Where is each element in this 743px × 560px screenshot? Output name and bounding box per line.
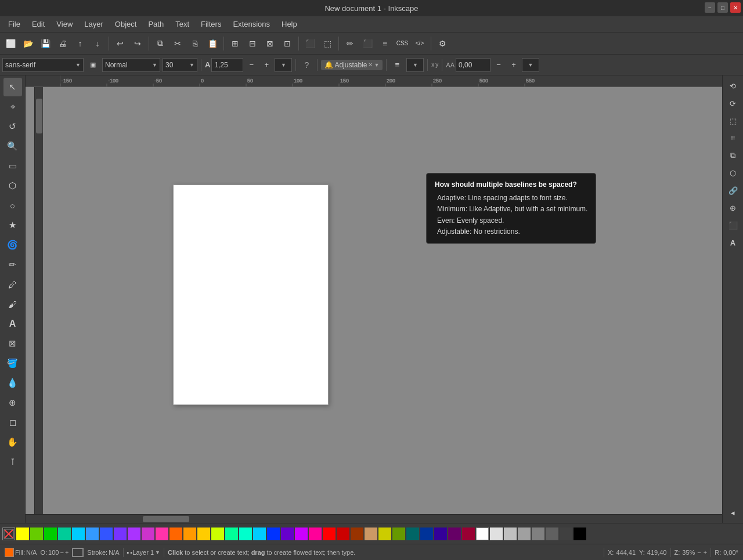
opacity-dec[interactable]: − (60, 549, 63, 556)
coord-inc-button[interactable]: + (507, 58, 521, 72)
adjustable-close-icon[interactable]: ✕ (368, 62, 373, 68)
pen-tool[interactable]: 🖊 (3, 275, 22, 294)
font-size-input[interactable]: 30 ▼ (163, 58, 197, 72)
coord-value-input[interactable]: 0,00 (456, 58, 490, 72)
spacing-options-dropdown[interactable]: ▼ (275, 58, 292, 72)
swatch-blue[interactable] (100, 528, 113, 540)
menu-view[interactable]: View (51, 17, 78, 31)
align-left-button[interactable]: ≡ (390, 58, 404, 72)
zoom-fit-button[interactable]: ⊞ (227, 35, 243, 52)
new-button[interactable]: ⬜ (2, 35, 19, 52)
swatch-crimson[interactable] (337, 528, 349, 540)
swatch-charcoal[interactable] (546, 528, 558, 540)
pencil-tool[interactable]: ✏ (3, 255, 22, 274)
no-color-swatch[interactable] (2, 528, 15, 540)
prefs-button[interactable]: ⚙ (434, 35, 450, 52)
font-style-dropdown[interactable]: Normal ▼ (102, 58, 160, 72)
rp-paint-button[interactable]: ⬛ (725, 217, 741, 233)
paint-bucket-tool[interactable]: 🪣 (3, 354, 22, 373)
vertical-scrollbar[interactable] (34, 87, 43, 514)
3d-box-tool[interactable]: ⬡ (3, 176, 22, 195)
opacity-inc[interactable]: + (65, 549, 68, 556)
swatch-darkgray[interactable] (532, 528, 544, 540)
menu-text[interactable]: Text (169, 17, 195, 31)
rp-redo-button[interactable]: ⟳ (725, 95, 741, 111)
horizontal-scrollbar[interactable] (26, 514, 722, 523)
swatch-navy[interactable] (420, 528, 433, 540)
menu-filters[interactable]: Filters (195, 17, 227, 31)
font-name-browse-button[interactable]: ▣ (86, 58, 100, 72)
connector-tool[interactable]: ✋ (3, 433, 22, 451)
zoom-fit-page-button[interactable]: ⊠ (262, 35, 278, 52)
css-button[interactable]: CSS (394, 35, 410, 52)
swatch-azure[interactable] (253, 528, 266, 540)
ungroup-button[interactable]: ⬚ (319, 35, 336, 52)
swatch-silver[interactable] (504, 528, 517, 540)
zoom-dec[interactable]: − (697, 549, 701, 556)
star-tool[interactable]: ★ (3, 216, 22, 234)
maximize-button[interactable]: □ (717, 2, 728, 13)
close-button[interactable]: ✕ (730, 2, 741, 13)
cut-button[interactable]: ✂ (169, 35, 186, 52)
menu-file[interactable]: File (2, 17, 26, 31)
swatch-red[interactable] (323, 528, 336, 540)
copy-button[interactable]: ⎘ (187, 35, 203, 52)
spacing-dec-button[interactable]: − (244, 58, 258, 72)
hscroll-thumb[interactable] (143, 516, 189, 522)
swatch-black[interactable] (574, 528, 586, 540)
vscroll-thumb[interactable] (36, 99, 42, 133)
zoom-fit-draw-button[interactable]: ⊟ (244, 35, 261, 52)
swatch-purple[interactable] (128, 528, 140, 540)
export-button[interactable]: ↓ (89, 35, 106, 52)
tweak-tool[interactable]: ↺ (3, 117, 22, 136)
align-button[interactable]: ≡ (377, 35, 393, 52)
minimize-button[interactable]: − (705, 2, 715, 13)
print-button[interactable]: 🖨 (55, 35, 71, 52)
zoom-tool[interactable]: 🔍 (3, 137, 22, 156)
nodes-button[interactable]: ✏ (342, 35, 358, 52)
swatch-sky[interactable] (86, 528, 99, 540)
swatch-amber[interactable] (183, 528, 196, 540)
rp-undo-button[interactable]: ⟲ (725, 78, 741, 94)
coord-dec-button[interactable]: − (492, 58, 506, 72)
swatch-yellow[interactable] (16, 528, 29, 540)
swatch-cyan[interactable] (72, 528, 85, 540)
swatch-rose[interactable] (309, 528, 322, 540)
swatch-forest[interactable] (406, 528, 419, 540)
swatch-mint[interactable] (225, 528, 238, 540)
swatch-gray[interactable] (518, 528, 531, 540)
calligraphy-tool[interactable]: 🖌 (3, 295, 22, 313)
transform-button[interactable]: ⬛ (359, 35, 376, 52)
menu-layer[interactable]: Layer (78, 17, 109, 31)
rp-expand-button[interactable]: ◂ (725, 504, 741, 521)
swatch-lightgray[interactable] (490, 528, 503, 540)
canvas-scroll-area[interactable]: How should multiple baselines be spaced?… (26, 87, 722, 514)
menu-extensions[interactable]: Extensions (227, 17, 276, 31)
layer-section[interactable]: ▪ ▪Layer 1 ▼ (127, 549, 160, 556)
spray-tool[interactable]: ⊕ (3, 393, 22, 412)
swatch-nearblack[interactable] (560, 528, 572, 540)
import-button[interactable]: ↑ (72, 35, 88, 52)
open-button[interactable]: 📂 (20, 35, 36, 52)
rp-snap-button[interactable]: ⌗ (725, 130, 741, 146)
menu-help[interactable]: Help (276, 17, 303, 31)
zoom-inc[interactable]: + (704, 549, 707, 556)
stroke-preview[interactable] (72, 548, 84, 557)
ellipse-tool[interactable]: ○ (3, 196, 22, 215)
undo-button[interactable]: ↩ (112, 35, 128, 52)
swatch-pink[interactable] (156, 528, 168, 540)
swatch-olive[interactable] (392, 528, 405, 540)
text-tool[interactable]: A (3, 315, 22, 333)
fill-color-preview[interactable] (5, 548, 14, 557)
rect-tool[interactable]: ▭ (3, 157, 22, 175)
swatch-fuschia[interactable] (295, 528, 308, 540)
swatch-violet[interactable] (114, 528, 127, 540)
group-button[interactable]: ⬛ (302, 35, 318, 52)
swatch-orange[interactable] (169, 528, 182, 540)
swatch-darkrose[interactable] (462, 528, 475, 540)
swatch-white[interactable] (476, 528, 489, 540)
swatch-darkviolet[interactable] (434, 528, 447, 540)
menu-edit[interactable]: Edit (26, 17, 51, 31)
zoom-fit-sel-button[interactable]: ⊡ (279, 35, 295, 52)
measure-tool[interactable]: ⊺ (3, 453, 22, 471)
